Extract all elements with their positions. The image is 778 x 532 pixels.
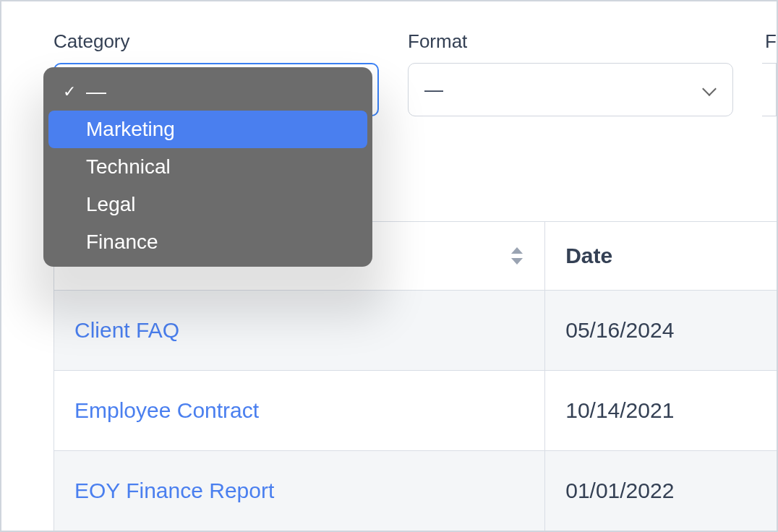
- column-header-date[interactable]: Date: [545, 222, 778, 291]
- dropdown-option-legal[interactable]: Legal: [48, 186, 367, 223]
- dropdown-option-label: Legal: [86, 193, 136, 216]
- category-label: Category: [54, 30, 379, 53]
- dropdown-option-none[interactable]: ✓ —: [48, 73, 367, 111]
- row-date: 10/14/2021: [545, 371, 778, 451]
- format-selected-value: —: [424, 79, 444, 101]
- format-label: Format: [408, 30, 733, 53]
- row-name-link[interactable]: Employee Contract: [54, 371, 545, 451]
- table-row: EOY Finance Report 01/01/2022: [54, 451, 779, 531]
- column-header-date-label: Date: [565, 244, 612, 267]
- dropdown-option-marketing[interactable]: Marketing: [48, 111, 367, 148]
- table-row: Employee Contract 10/14/2021: [54, 371, 779, 451]
- row-name-link[interactable]: EOY Finance Report: [54, 451, 545, 531]
- row-date: 01/01/2022: [545, 451, 778, 531]
- check-icon: ✓: [61, 82, 77, 101]
- partial-label: F: [762, 30, 777, 53]
- documents-table: Name Date Client FAQ 05/16/2024 Employee…: [54, 221, 778, 531]
- row-name-link[interactable]: Client FAQ: [54, 291, 545, 371]
- format-select[interactable]: —: [408, 63, 733, 116]
- filter-partial-group: F: [762, 30, 777, 116]
- dropdown-option-technical[interactable]: Technical: [48, 148, 367, 186]
- dropdown-option-label: Technical: [86, 155, 171, 179]
- partial-select[interactable]: [762, 63, 777, 116]
- table-row: Client FAQ 05/16/2024: [54, 291, 779, 371]
- sort-icon: [511, 247, 523, 265]
- table-container: Name Date Client FAQ 05/16/2024 Employee…: [54, 221, 777, 531]
- dropdown-option-label: Finance: [86, 231, 158, 254]
- dropdown-option-label: —: [86, 80, 106, 103]
- dropdown-option-label: Marketing: [86, 118, 175, 141]
- row-date: 05/16/2024: [545, 291, 778, 371]
- filter-format-group: Format —: [408, 30, 733, 116]
- category-dropdown-menu: ✓ — Marketing Technical Legal Finance: [43, 67, 372, 267]
- chevron-down-icon: [702, 85, 717, 94]
- dropdown-option-finance[interactable]: Finance: [48, 223, 367, 261]
